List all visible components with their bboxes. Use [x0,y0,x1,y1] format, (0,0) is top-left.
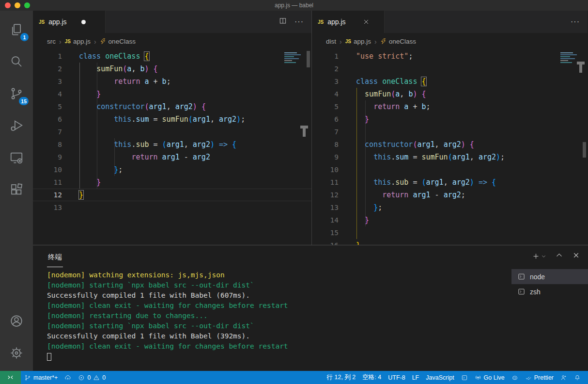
line-number: 3 [312,75,339,88]
code-line[interactable]: 1"use strict"; [312,50,588,63]
extensions-icon[interactable] [0,174,33,206]
class-symbol-icon [380,38,387,45]
indentation-status[interactable]: 空格: 4 [359,371,385,384]
tab-app-js-dist[interactable]: JS app.js [312,11,385,33]
code-line[interactable]: 8 constructor(arg1, arg2) { [312,138,588,151]
tab-app-js-src[interactable]: JS app.js [33,11,106,33]
minimize-window-button[interactable] [15,2,20,8]
code-line[interactable]: 6 this.sum = sumFun(arg1, arg2); [33,113,311,126]
line-number: 4 [312,88,339,100]
code-editor-src[interactable]: 1class oneClass {2 sumFun(a, b) {3 retur… [33,50,311,245]
more-actions-icon[interactable]: ··· [571,18,580,26]
git-branch-status[interactable]: master*+ [21,371,61,384]
terminal-tab-node[interactable]: node [511,269,588,284]
remote-explorer-icon[interactable] [0,142,33,174]
close-panel-icon[interactable] [572,251,580,261]
maximize-window-button[interactable] [24,2,30,8]
breadcrumb-folder[interactable]: src [47,38,56,45]
code-line[interactable]: 15 [312,226,588,239]
code-line[interactable]: 3 return a + b; [33,75,311,88]
more-actions-icon[interactable]: ··· [294,18,304,26]
new-terminal-button[interactable] [532,252,546,260]
vscode-window: app.js — babel 1 15 [0,0,588,384]
source-control-icon[interactable]: 15 [0,78,33,110]
code-line[interactable]: 13 }; [312,201,588,214]
code-line[interactable]: 2 sumFun(a, b) { [33,63,311,75]
problems-status[interactable]: 0 0 [75,371,109,384]
code-line[interactable]: 13 [33,201,311,214]
breadcrumb-symbol[interactable]: oneClass [380,38,416,45]
language-mode-status[interactable]: JavaScript [422,371,457,384]
code-line[interactable]: 9 return arg1 - arg2 [33,151,311,163]
explorer-icon[interactable]: 1 [0,14,33,46]
accounts-icon[interactable] [0,305,33,337]
terminal-line: [nodemon] restarting due to changes... [47,311,511,321]
code-line[interactable]: 9 this.sum = sumFun(arg1, arg2); [312,151,588,163]
close-window-button[interactable] [5,2,11,8]
feedback-status[interactable] [557,371,571,384]
breadcrumb-folder[interactable]: dist [326,38,336,45]
terminal-status[interactable] [458,371,471,384]
terminal-tabs-list: node zsh [511,267,588,371]
split-editor-icon[interactable] [279,17,287,27]
line-number: 11 [312,176,339,189]
prettier-status[interactable]: Prettier [522,371,557,384]
line-number: 13 [312,201,339,214]
code-line[interactable]: 11 } [33,176,311,189]
panel-tab-terminal[interactable]: 终端 [47,253,63,267]
modified-indicator[interactable] [81,20,86,24]
branch-icon [24,374,31,381]
terminal-output[interactable]: [nodemon] watching extensions: js,mjs,js… [33,267,511,371]
code-line[interactable]: 6 } [312,113,588,126]
remote-indicator[interactable] [0,371,21,384]
code-line[interactable]: 14 } [312,214,588,226]
line-number: 8 [33,138,62,151]
code-line[interactable]: 5 return a + b; [312,100,588,113]
code-line[interactable]: 10 [312,163,588,176]
js-file-icon: JS [65,39,71,44]
code-line[interactable]: 8 this.sub = (arg1, arg2) => { [33,138,311,151]
code-line[interactable]: 7 [33,126,311,138]
run-debug-icon[interactable] [0,110,33,142]
breadcrumb-symbol[interactable]: oneClass [100,38,136,45]
notifications-status[interactable] [571,371,584,384]
terminal-tab-zsh[interactable]: zsh [511,284,588,299]
settings-gear-icon[interactable] [0,337,33,369]
code-line[interactable]: 4 sumFun(a, b) { [312,88,588,100]
terminal-icon [517,272,526,281]
encoding-status[interactable]: UTF-8 [385,371,408,384]
code-line[interactable]: 12 return arg1 - arg2; [312,189,588,201]
chevron-down-icon[interactable] [541,254,546,259]
code-line[interactable]: 16} [312,239,588,245]
js-file-icon: JS [39,19,45,25]
code-line[interactable]: 5 constructor(arg1, arg2) { [33,100,311,113]
line-number: 14 [312,214,339,226]
code-editor-dist[interactable]: 1"use strict";23class oneClass {4 sumFun… [312,50,588,245]
breadcrumb-file[interactable]: JS app.js [65,38,91,45]
code-line[interactable]: 2 [312,63,588,75]
code-line[interactable]: 7 [312,126,588,138]
publish-changes-button[interactable] [61,371,75,384]
code-line[interactable]: 1class oneClass { [33,50,311,63]
go-live-button[interactable]: Go Live [471,371,508,384]
breadcrumb-separator: › [340,38,342,46]
maximize-panel-icon[interactable] [555,251,563,261]
line-number: 9 [33,151,62,163]
search-icon[interactable] [0,46,33,78]
copilot-status[interactable] [508,371,522,384]
line-number: 12 [312,189,339,201]
eol-status[interactable]: LF [409,371,423,384]
line-number: 3 [33,75,62,88]
breadcrumb-right: dist › JS app.js › oneClass [312,33,588,50]
terminal-icon [517,288,526,296]
code-line[interactable]: 12} [33,189,311,201]
breadcrumb-file[interactable]: JS app.js [345,38,371,45]
code-line[interactable]: 4 } [33,88,311,100]
code-line[interactable]: 3class oneClass { [312,75,588,88]
close-tab-icon[interactable] [362,18,370,26]
tab-bar-left: JS app.js ··· [33,11,311,33]
code-line[interactable]: 10 }; [33,163,311,176]
code-line[interactable]: 11 this.sub = (arg1, arg2) => { [312,176,588,189]
cursor-position-status[interactable]: 行 12, 列 2 [324,371,359,384]
terminal-panel: 终端 [nodemon] [33,245,588,371]
